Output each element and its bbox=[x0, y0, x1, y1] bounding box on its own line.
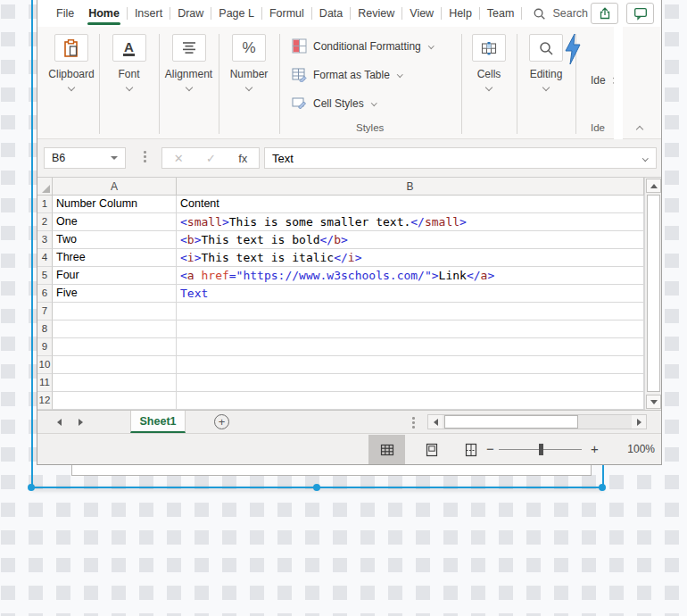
scroll-up-button[interactable] bbox=[646, 179, 661, 193]
search-box[interactable]: Search bbox=[533, 7, 588, 21]
ribbon-tab-review[interactable]: Review bbox=[351, 0, 401, 27]
row-header[interactable]: 1 bbox=[37, 196, 53, 213]
cell-a1[interactable]: Number Column bbox=[53, 196, 177, 213]
normal-view-button[interactable] bbox=[368, 435, 405, 464]
ribbon-tab-help[interactable]: Help bbox=[442, 0, 479, 27]
ribbon-tab-page-l[interactable]: Page L bbox=[211, 0, 261, 27]
row-header[interactable]: 3 bbox=[37, 231, 53, 249]
ideas-icon[interactable] bbox=[563, 33, 583, 65]
row-header[interactable]: 9 bbox=[37, 338, 53, 356]
page-layout-view-button[interactable] bbox=[416, 435, 447, 464]
editing-button[interactable] bbox=[529, 34, 563, 62]
ribbon-tab-home[interactable]: Home bbox=[81, 0, 127, 27]
horizontal-scrollbar[interactable] bbox=[427, 414, 647, 429]
ribbon-tab-data[interactable]: Data bbox=[312, 0, 350, 27]
row-header[interactable]: 7 bbox=[37, 303, 53, 320]
cancel-icon[interactable]: ✕ bbox=[174, 152, 184, 165]
cell-b1[interactable]: Content bbox=[177, 196, 644, 213]
ribbon-tab-team[interactable]: Team bbox=[480, 0, 522, 27]
clipboard-button[interactable] bbox=[54, 34, 88, 62]
vertical-scrollbar[interactable] bbox=[644, 178, 661, 410]
column-header-a[interactable]: A bbox=[53, 178, 177, 196]
cell-a8[interactable] bbox=[53, 320, 177, 338]
ribbon-tab-view[interactable]: View bbox=[402, 0, 441, 27]
new-sheet-button[interactable]: + bbox=[214, 414, 229, 429]
cell-a4[interactable]: Three bbox=[53, 249, 177, 267]
ribbon-tab-insert[interactable]: Insert bbox=[128, 0, 170, 27]
cell-a6[interactable]: Five bbox=[53, 285, 177, 303]
expand-formula-bar-icon[interactable] bbox=[642, 155, 648, 161]
alignment-button[interactable] bbox=[172, 34, 206, 62]
selection-handle-bottom-right[interactable] bbox=[599, 484, 606, 491]
scroll-right-button[interactable] bbox=[632, 415, 646, 429]
zoom-slider-thumb[interactable] bbox=[539, 444, 543, 455]
cells-button[interactable] bbox=[472, 34, 506, 62]
horizontal-scrollbar-thumb[interactable] bbox=[444, 415, 578, 429]
cell-b2[interactable]: <small>This is some smaller text.</small… bbox=[177, 213, 644, 231]
format-as-table-button[interactable]: Format as Table bbox=[292, 67, 401, 82]
column-header-b[interactable]: B bbox=[177, 178, 644, 196]
ribbon-tab-formul[interactable]: Formul bbox=[262, 0, 311, 27]
font-button[interactable]: A bbox=[112, 34, 146, 62]
cell-a3[interactable]: Two bbox=[53, 231, 177, 249]
cell-a10[interactable] bbox=[53, 356, 177, 374]
sheet-tab-sheet1[interactable]: Sheet1 bbox=[130, 411, 186, 433]
formula-input[interactable]: Text bbox=[264, 147, 657, 169]
row-header[interactable]: 5 bbox=[37, 267, 53, 285]
zoom-in-button[interactable]: + bbox=[591, 441, 599, 456]
row-header[interactable]: 6 bbox=[37, 285, 53, 303]
cell-b10[interactable] bbox=[177, 356, 644, 374]
cell-a5[interactable]: Four bbox=[53, 267, 177, 285]
chevron-down-icon[interactable] bbox=[185, 84, 192, 91]
row-header[interactable]: 2 bbox=[37, 213, 53, 231]
cell-b3[interactable]: <b>This text is bold</b> bbox=[177, 231, 644, 249]
collapse-ribbon-icon[interactable] bbox=[636, 126, 643, 133]
selection-handle-bottom-left[interactable] bbox=[28, 484, 35, 491]
chevron-down-icon[interactable] bbox=[125, 84, 132, 91]
cell-b11[interactable] bbox=[177, 374, 644, 392]
row-header[interactable]: 8 bbox=[37, 320, 53, 338]
ribbon-tab-draw[interactable]: Draw bbox=[170, 0, 211, 27]
share-button[interactable] bbox=[591, 3, 618, 24]
page-break-view-button[interactable] bbox=[456, 435, 486, 464]
number-button[interactable]: % bbox=[232, 34, 266, 62]
next-sheet-button[interactable] bbox=[79, 419, 83, 426]
comment-button[interactable] bbox=[626, 3, 654, 24]
cell-b5[interactable]: <a href="https://www.w3schools.com/">Lin… bbox=[177, 267, 644, 285]
cell-a12[interactable] bbox=[53, 392, 177, 410]
ideas-button[interactable]: Ide bbox=[591, 74, 615, 87]
conditional-formatting-button[interactable]: Conditional Formatting bbox=[292, 38, 433, 54]
cell-a9[interactable] bbox=[53, 338, 177, 356]
cell-b4[interactable]: <i>This text is italic</i> bbox=[177, 249, 644, 267]
enter-icon[interactable]: ✓ bbox=[206, 152, 216, 165]
scroll-left-button[interactable] bbox=[428, 415, 443, 429]
zoom-level[interactable]: 100% bbox=[619, 443, 655, 455]
vertical-scrollbar-thumb[interactable] bbox=[647, 195, 660, 392]
row-header[interactable]: 10 bbox=[37, 356, 53, 374]
zoom-out-button[interactable]: − bbox=[486, 441, 494, 456]
cell-b9[interactable] bbox=[177, 338, 644, 356]
cell-b7[interactable] bbox=[177, 303, 644, 320]
scroll-down-button[interactable] bbox=[646, 395, 661, 409]
chevron-down-icon[interactable] bbox=[245, 84, 252, 91]
cell-a11[interactable] bbox=[53, 374, 177, 392]
ribbon-tab-file[interactable]: File bbox=[49, 0, 81, 27]
chevron-down-icon[interactable] bbox=[542, 84, 550, 91]
chevron-down-icon[interactable] bbox=[485, 84, 492, 91]
row-header[interactable]: 4 bbox=[37, 249, 53, 267]
chevron-down-icon[interactable] bbox=[68, 84, 75, 91]
cell-b8[interactable] bbox=[177, 320, 644, 338]
cell-a7[interactable] bbox=[53, 303, 177, 320]
insert-function-icon[interactable]: fx bbox=[238, 152, 247, 165]
name-box-dropdown-icon[interactable] bbox=[111, 156, 118, 160]
cell-styles-button[interactable]: Cell Styles bbox=[292, 96, 376, 111]
cell-a2[interactable]: One bbox=[53, 213, 177, 231]
selection-handle-bottom-middle[interactable] bbox=[313, 484, 320, 491]
previous-sheet-button[interactable] bbox=[57, 419, 62, 426]
row-header[interactable]: 11 bbox=[37, 374, 53, 392]
select-all-corner[interactable] bbox=[37, 178, 53, 196]
name-box[interactable]: B6 bbox=[44, 147, 126, 169]
cell-b12[interactable] bbox=[177, 392, 644, 410]
row-header[interactable]: 12 bbox=[37, 392, 53, 410]
cell-b6[interactable]: Text bbox=[177, 285, 644, 303]
